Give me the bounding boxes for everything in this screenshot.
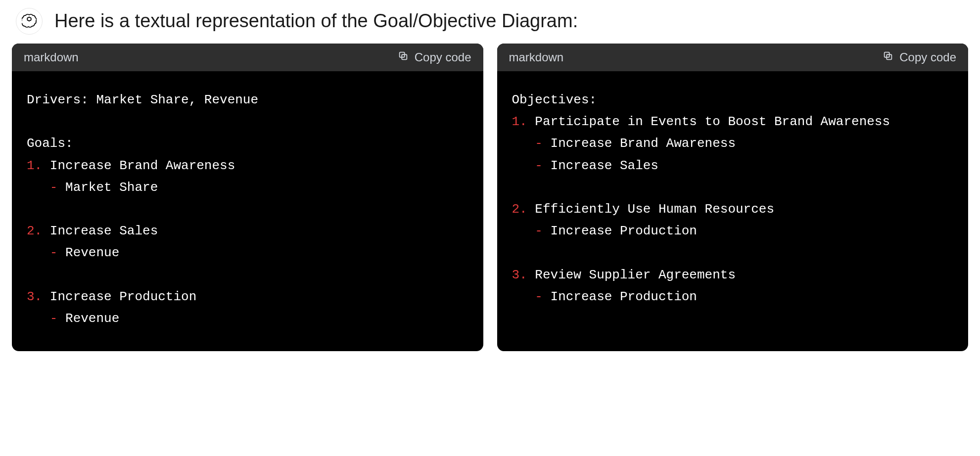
list-number-marker: 3. — [27, 289, 42, 304]
code-line-text: Review Supplier Agreements — [527, 268, 736, 282]
code-line: - Revenue — [27, 308, 468, 329]
openai-logo-icon — [22, 13, 37, 30]
code-line-text: Revenue — [57, 311, 119, 326]
code-block-body: Drivers: Market Share, Revenue Goals:1. … — [12, 71, 483, 351]
code-line: - Market Share — [27, 177, 468, 198]
code-line-text: Increase Sales — [543, 158, 658, 173]
list-number-marker: 1. — [512, 114, 527, 129]
code-line-text: Objectives: — [512, 92, 597, 107]
copy-code-label: Copy code — [899, 50, 956, 64]
code-line-text — [27, 114, 35, 129]
code-block-header: markdownCopy code — [12, 44, 483, 71]
bullet-dash-marker: - — [512, 158, 543, 173]
code-line-text: Increase Brand Awareness — [543, 136, 736, 151]
code-line — [27, 264, 468, 286]
code-line: 1. Increase Brand Awareness — [27, 155, 468, 177]
intro-text: Here is a textual representation of the … — [54, 9, 578, 33]
code-line — [27, 111, 468, 133]
bullet-dash-marker: - — [27, 311, 57, 326]
list-number-marker: 2. — [512, 202, 527, 217]
bullet-dash-marker: - — [27, 245, 57, 260]
code-line: - Increase Sales — [512, 155, 954, 177]
code-line: - Increase Production — [512, 286, 954, 308]
code-line: Objectives: — [512, 89, 954, 111]
code-block: markdownCopy codeObjectives:1. Participa… — [497, 44, 969, 351]
chat-response: Here is a textual representation of the … — [0, 0, 980, 456]
bullet-dash-marker: - — [27, 180, 57, 195]
copy-code-button[interactable]: Copy code — [398, 50, 471, 64]
bullet-dash-marker: - — [512, 224, 543, 238]
copy-code-button[interactable]: Copy code — [883, 50, 956, 64]
code-line: - Increase Brand Awareness — [512, 133, 954, 154]
code-block: markdownCopy codeDrivers: Market Share, … — [12, 44, 483, 351]
copy-code-label: Copy code — [415, 50, 471, 64]
code-line-text — [27, 202, 35, 217]
list-number-marker: 3. — [512, 268, 527, 282]
code-line — [512, 242, 954, 264]
code-line-text: Goals: — [27, 136, 73, 151]
list-number-marker: 1. — [27, 158, 42, 173]
code-line-text: Increase Production — [543, 289, 697, 304]
code-line-text — [512, 180, 520, 195]
code-block-header: markdownCopy code — [497, 44, 969, 71]
code-line: - Revenue — [27, 242, 468, 264]
code-line: 3. Increase Production — [27, 286, 468, 308]
code-line: 2. Increase Sales — [27, 220, 468, 242]
code-language-label: markdown — [509, 50, 564, 64]
code-line-text — [27, 268, 35, 282]
copy-icon — [883, 50, 893, 64]
code-line-text: Efficiently Use Human Resources — [527, 202, 774, 217]
assistant-avatar — [16, 8, 43, 35]
code-line-text: Increase Sales — [42, 224, 158, 238]
code-line-text: Increase Production — [543, 224, 697, 238]
code-blocks-row: markdownCopy codeDrivers: Market Share, … — [12, 44, 968, 351]
code-line: 3. Review Supplier Agreements — [512, 264, 954, 286]
intro-row: Here is a textual representation of the … — [12, 6, 968, 44]
bullet-dash-marker: - — [512, 136, 543, 151]
code-line — [512, 177, 954, 198]
bullet-dash-marker: - — [512, 289, 543, 304]
code-line: Drivers: Market Share, Revenue — [27, 89, 468, 111]
code-line-text: Increase Brand Awareness — [42, 158, 235, 173]
code-line-text: Market Share — [57, 180, 158, 195]
code-line-text: Revenue — [57, 245, 119, 260]
code-line: 2. Efficiently Use Human Resources — [512, 198, 954, 220]
code-block-body: Objectives:1. Participate in Events to B… — [497, 71, 969, 329]
code-line-text: Drivers: Market Share, Revenue — [27, 92, 258, 107]
code-line-text: Increase Production — [42, 289, 196, 304]
code-line: Goals: — [27, 133, 468, 154]
code-line-text — [512, 245, 520, 260]
code-line — [27, 198, 468, 220]
code-language-label: markdown — [24, 50, 79, 64]
code-line: 1. Participate in Events to Boost Brand … — [512, 111, 954, 133]
copy-icon — [398, 50, 409, 64]
code-line: - Increase Production — [512, 220, 954, 242]
list-number-marker: 2. — [27, 224, 42, 238]
code-line-text: Participate in Events to Boost Brand Awa… — [527, 114, 890, 129]
